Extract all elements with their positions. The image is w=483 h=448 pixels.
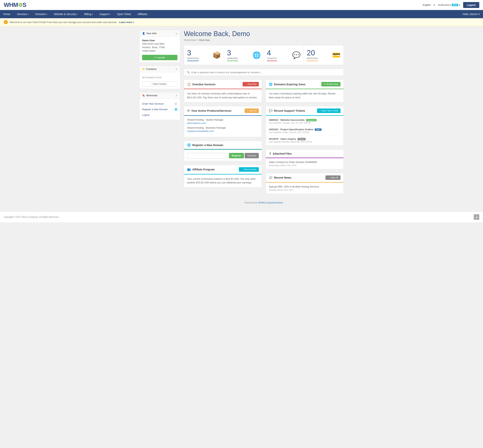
ticket-id-2: #263102 - Project Specification Outline [269, 128, 313, 131]
user-address-line1: 2550 North Loop West [142, 42, 177, 46]
panels-row: 📋 Overdue Invoices → Pay Now You have 19… [184, 80, 344, 198]
open-new-ticket-button[interactable]: + Open New Ticket [317, 109, 340, 113]
nav-items: Home Services ▾ Domains ▾ Website & Secu… [0, 10, 459, 18]
panel-support-tickets: 💬 Recent Support Tickets + Open New Tick… [266, 106, 344, 146]
page-title: Welcome Back, Demo [184, 30, 344, 38]
stat-services-label: SERVICES [187, 57, 199, 59]
affiliate-more-details-button[interactable]: → More Details [239, 167, 259, 172]
shortcut-logout[interactable]: Logout ← [142, 112, 177, 118]
breadcrumb: Portal Home / Client Area [184, 39, 344, 41]
notice-bar: i Welcome to our new Client Portal! From… [0, 18, 483, 26]
ticket-date-1: Last Updated: Tuesday, July 7th, 2017 (0… [269, 122, 340, 124]
view-all-products-button[interactable]: + View All [245, 109, 259, 113]
user-address-line2: Houston, Texas, 77092 [142, 46, 177, 49]
panel-register-domain-header: 🌐 Register a New Domain [184, 141, 262, 150]
stat-tickets[interactable]: 4 TICKETS 💬 [264, 45, 304, 65]
logo-gear-icon: ⚙ [18, 2, 23, 8]
domains-globe-icon: 🌐 [253, 51, 261, 59]
panel-affiliate-header: 👥 Affiliate Program → More Details [184, 165, 262, 175]
new-contact-button[interactable]: + New Contact... [142, 81, 177, 87]
product-link-1[interactable]: whmcsdemo.com [187, 122, 206, 125]
domains-expiring-text: You have 3 domain(s) expiring within the… [269, 92, 340, 100]
sidebar: 👤 Your Info ▲ Demo User 2550 North Loop … [139, 30, 180, 208]
scroll-to-top-button[interactable]: ▲ [474, 214, 479, 220]
sidebar-your-info-header[interactable]: 👤 Your Info ▲ [140, 30, 180, 37]
footer-copyright: Copyright © 2017 Demo Company. All Right… [0, 211, 483, 222]
affiliate-text: Your current commission balance is $24.5… [187, 177, 259, 185]
logout-button[interactable]: Logout [463, 2, 479, 8]
ticket-badge-1: Answered [306, 119, 317, 121]
stats-row: 3 SERVICES 📦 3 DOMAINS 🌐 4 TICKETS [184, 45, 344, 65]
renew-now-button[interactable]: ↻ Renew Now [321, 82, 340, 86]
nav-website-security[interactable]: Website & Security ▾ [50, 10, 81, 18]
active-products-title: Your Active Products/Services [191, 109, 231, 112]
domain-input-row: Register Transfer [187, 153, 259, 158]
pay-now-button[interactable]: → Pay Now [243, 82, 259, 86]
shortcut-order-services[interactable]: Order New Services 🛒 [142, 101, 177, 107]
copyright-text: Copyright © 2017 Demo Company. All Right… [4, 216, 59, 218]
search-icon: 🔍 [187, 71, 190, 74]
product-item-1: Shared Hosting - Starter Package whmcsde… [187, 118, 259, 125]
ticket-date-2: Last Updated: Friday, July 2nd, 2017 (15… [269, 131, 340, 133]
nav-services[interactable]: Services ▾ [14, 10, 32, 18]
nav-billing[interactable]: Billing ▾ [81, 10, 96, 18]
stat-invoices-number: 20 [307, 49, 318, 56]
stat-domains-underline [227, 61, 238, 61]
globe-icon: 🌐 [174, 108, 177, 111]
search-bar: 🔍 [184, 69, 344, 76]
support-tickets-title: Recent Support Tickets [274, 109, 305, 112]
panel-affiliate-body: Your current commission balance is $24.5… [184, 175, 262, 187]
top-bar: WHM⚙S English ▾ Notifications NEW ▾ Logo… [0, 0, 483, 10]
breadcrumb-home[interactable]: Portal Home [184, 39, 196, 41]
user-name: Demo User [142, 39, 177, 42]
panel-overdue-header: 📋 Overdue Invoices → Pay Now [184, 80, 262, 89]
file-item-1: Sales Contract for Order Number #1568895… [269, 161, 340, 164]
sidebar-shortcuts-header[interactable]: 🔖 Shortcuts ▲ [140, 92, 180, 99]
transfer-domain-button[interactable]: Transfer [245, 153, 259, 158]
sidebar-your-info-content: Demo User 2550 North Loop West Houston, … [140, 37, 180, 63]
stat-domains[interactable]: 3 DOMAINS 🌐 [224, 45, 264, 65]
stat-invoices[interactable]: 20 INVOICES 💳 [304, 45, 343, 65]
domains-dropdown-arrow: ▾ [46, 13, 47, 15]
update-info-button[interactable]: ✎ Update [142, 55, 177, 60]
shortcut-register-domain[interactable]: Register a New Domain 🌐 [142, 107, 177, 112]
attached-files-title: Attached Files [273, 152, 292, 155]
stat-tickets-underline [267, 61, 277, 61]
breadcrumb-separator: / [197, 39, 198, 41]
register-domain-button[interactable]: Register [229, 153, 244, 158]
panel-recent-news-body: Special Offer: 20% of all Web Hosting Se… [266, 183, 343, 194]
nav-hello-user[interactable]: Hello, Demo! ▾ [459, 10, 483, 18]
nav-open-ticket[interactable]: Open Ticket [114, 10, 134, 18]
recent-news-icon: 📰 [269, 176, 273, 179]
sidebar-contacts-header[interactable]: 📁 Contacts ▲ [140, 66, 180, 72]
pencil-icon: ✎ [154, 56, 156, 59]
shortcut-order-label: Order New Services [142, 102, 164, 105]
notice-learn-more[interactable]: Learn more » [119, 21, 134, 24]
sidebar-your-info-title: 👤 Your Info [142, 32, 157, 35]
product-name-2: Shared Hosting - Business Package [187, 126, 259, 129]
search-input[interactable] [191, 71, 341, 74]
nav-affiliates[interactable]: Affiliates [134, 10, 151, 18]
news-item-1: Special Offer: 20% of all Web Hosting Se… [269, 185, 340, 188]
nav-support[interactable]: Support ▾ [96, 10, 114, 18]
stat-invoices-underline [307, 61, 318, 61]
panel-domains-expiring-body: You have 3 domain(s) expiring within the… [266, 89, 343, 102]
ticket-item-3: #613978 - Sales enquiry Closed Last Upda… [269, 137, 340, 143]
affiliate-title: Affiliate Program [192, 168, 215, 171]
panel-overdue-body: You have 19 overdue invoice(s) with a to… [184, 89, 262, 102]
domain-search-input[interactable] [187, 153, 228, 158]
stat-services[interactable]: 3 SERVICES 📦 [184, 45, 224, 65]
register-domain-icon: 🌐 [187, 143, 191, 147]
logout-arrow-icon: ← [175, 113, 177, 116]
user-icon: 👤 [142, 32, 145, 35]
notifications-button[interactable]: Notifications NEW ▾ [438, 4, 460, 6]
nav-domains[interactable]: Domains ▾ [32, 10, 50, 18]
affiliate-icon: 👥 [187, 168, 191, 171]
view-all-news-button[interactable]: → View All [325, 176, 340, 180]
product-link-2[interactable]: myawesomewebsite.com [187, 130, 214, 133]
nav-home[interactable]: Home [0, 10, 14, 18]
language-selector[interactable]: English ▾ [423, 4, 435, 6]
no-contacts-text: No Contacts Found [142, 75, 177, 80]
whmcs-link[interactable]: WHMCompleteSolution [258, 201, 283, 204]
panel-affiliate: 👥 Affiliate Program → More Details Your … [184, 165, 262, 188]
